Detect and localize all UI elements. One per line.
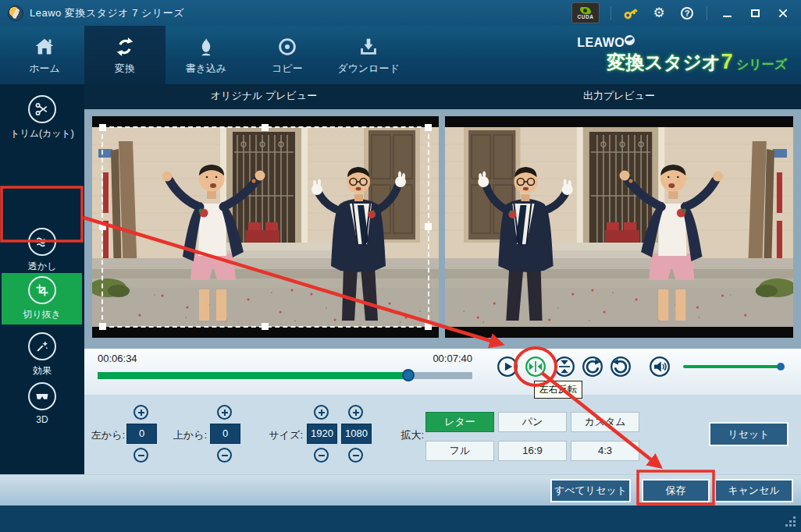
3d-glasses-icon (28, 382, 56, 410)
output-video-frame (445, 116, 793, 338)
close-icon (777, 7, 789, 20)
crop-handle[interactable] (425, 323, 432, 330)
zoom-option-full[interactable]: フル (425, 441, 494, 461)
size-height-value[interactable]: 1080 (341, 424, 372, 444)
nav-tab-burn[interactable]: 書き込み (166, 26, 247, 84)
minimize-button[interactable] (718, 5, 735, 22)
height-increment-button[interactable] (348, 405, 363, 420)
app-window: Leawo 変換スタジオ 7 シリーズ CUDA ⚙ ? (0, 0, 801, 532)
zoom-option-pan[interactable]: パン (498, 412, 567, 432)
volume-button[interactable] (649, 356, 671, 378)
left-increment-button[interactable] (134, 405, 148, 420)
left-offset-label: 左から: (91, 428, 125, 442)
crop-handle[interactable] (99, 124, 106, 131)
sidebar-item-watermark[interactable]: 透かし (0, 225, 84, 273)
nvidia-eye-icon (580, 7, 591, 14)
crop-handle[interactable] (99, 323, 106, 330)
nav-tab-home[interactable]: ホーム (4, 26, 85, 84)
cuda-badge: CUDA (571, 2, 600, 23)
zoom-option-custom[interactable]: カスタム (571, 412, 639, 432)
volume-slider[interactable] (683, 365, 783, 368)
flip-horizontal-button[interactable] (525, 356, 546, 378)
disc-icon (276, 35, 299, 59)
status-footer (0, 505, 801, 532)
key-icon (622, 5, 639, 22)
crop-selection-rect[interactable] (101, 126, 429, 328)
top-decrement-button[interactable] (217, 448, 232, 463)
edit-sidebar: トリム(カット) 透かし 切り抜き (0, 84, 84, 474)
preview-header: オリジナル プレビュー 出力プレビュー (84, 84, 801, 109)
zoom-option-16-9[interactable]: 16:9 (498, 441, 567, 461)
flip-vertical-button[interactable] (554, 356, 575, 378)
zoom-option-4-3[interactable]: 4:3 (571, 441, 639, 461)
crop-handle[interactable] (99, 223, 106, 230)
output-preview-label: 出力プレビュー (471, 84, 767, 109)
action-bar: すべてリセット 保存 キャンセル (0, 474, 801, 505)
player-bar: 00:06:34 00:07:40 (84, 349, 801, 395)
main-nav: ホーム 変換 書き込み コピー (0, 26, 801, 84)
titlebar-separator (707, 6, 707, 20)
volume-knob[interactable] (777, 363, 785, 371)
top-increment-button[interactable] (217, 405, 232, 420)
reset-all-button[interactable]: すべてリセット (550, 479, 631, 502)
flame-icon (194, 35, 218, 59)
seek-bar[interactable] (98, 372, 472, 379)
rotate-clockwise-button[interactable] (582, 356, 603, 378)
title-bar: Leawo 変換スタジオ 7 シリーズ CUDA ⚙ ? (0, 0, 801, 26)
left-offset-value[interactable]: 0 (126, 424, 157, 444)
register-key-icon[interactable] (622, 5, 639, 22)
total-time: 00:07:40 (425, 353, 472, 364)
convert-icon (113, 35, 137, 59)
app-logo-icon (8, 5, 23, 21)
reset-button[interactable]: リセット (709, 422, 789, 446)
help-icon[interactable]: ? (678, 5, 696, 22)
original-preview-label: オリジナル プレビュー (116, 84, 412, 109)
sidebar-item-3d[interactable]: 3D (0, 379, 84, 425)
magic-wand-icon (28, 332, 56, 360)
rotate-counterclockwise-button[interactable] (610, 356, 632, 378)
crop-handle[interactable] (425, 124, 432, 131)
width-increment-button[interactable] (314, 405, 329, 420)
crop-handle[interactable] (262, 323, 269, 330)
watermark-waves-icon (28, 228, 56, 256)
output-video-mirrored (445, 127, 793, 327)
preview-area (84, 109, 801, 349)
crop-handle[interactable] (425, 223, 432, 230)
brand-logo: LEAWO 変換スタジオ7 シリーズ (577, 35, 787, 75)
crop-controls-panel: 左から: 0 上から: 0 サイズ: 1920 1080 拡大: レター パン … (84, 395, 801, 474)
leawo-dot-icon (625, 35, 635, 45)
seek-thumb[interactable] (402, 369, 415, 381)
height-decrement-button[interactable] (348, 448, 363, 463)
sidebar-item-trim[interactable]: トリム(カット) (0, 92, 84, 140)
sidebar-item-crop[interactable]: 切り抜き (2, 273, 82, 325)
settings-gear-icon[interactable]: ⚙ (650, 5, 668, 22)
home-icon (33, 35, 56, 59)
top-offset-value[interactable]: 0 (210, 424, 240, 444)
flip-tooltip: 左右反転 (534, 381, 582, 399)
crop-handle[interactable] (262, 124, 269, 131)
cancel-button[interactable]: キャンセル (714, 479, 793, 502)
current-time: 00:06:34 (98, 353, 137, 364)
size-label: サイズ: (262, 428, 303, 442)
nav-tab-download[interactable]: ダウンロード (328, 26, 409, 84)
zoom-mode-label: 拡大: (385, 428, 424, 442)
play-button[interactable] (497, 356, 518, 378)
window-title: Leawo 変換スタジオ 7 シリーズ (30, 6, 184, 20)
left-decrement-button[interactable] (134, 448, 148, 463)
nav-tab-convert[interactable]: 変換 (84, 26, 166, 84)
nav-tab-copy[interactable]: コピー (247, 26, 328, 84)
sidebar-item-effect[interactable]: 効果 (0, 329, 84, 378)
save-button[interactable]: 保存 (642, 479, 710, 502)
resize-grip[interactable] (785, 516, 796, 527)
original-video-frame (92, 116, 439, 338)
size-width-value[interactable]: 1920 (307, 424, 337, 444)
scissors-icon (28, 95, 56, 123)
maximize-button[interactable] (746, 5, 764, 22)
close-button[interactable] (774, 5, 792, 22)
seek-progress (98, 372, 408, 379)
crop-icon (28, 276, 56, 304)
top-offset-label: 上から: (171, 428, 207, 442)
width-decrement-button[interactable] (314, 448, 329, 463)
titlebar-separator (611, 6, 611, 20)
zoom-option-letter[interactable]: レター (425, 412, 494, 432)
